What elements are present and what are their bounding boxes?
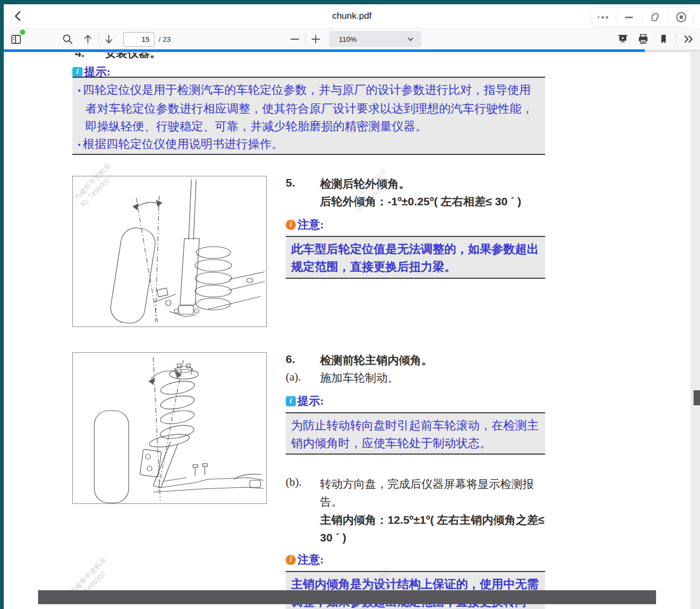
toolbar-right-group: [615, 28, 697, 50]
toolbar-zoom-group: 110%: [287, 28, 421, 50]
step6-title: 检测前轮主销内倾角。: [320, 353, 433, 368]
zoom-in-button[interactable]: [308, 31, 324, 47]
minimize-icon: [625, 17, 633, 18]
step5-number: 5.: [286, 176, 295, 189]
step5-spec: 后轮外倾角：-1º±0.25º( 左右相差≤ 30 ´ ): [320, 194, 522, 209]
page-total-label: / 23: [159, 35, 171, 43]
previous-page-button[interactable]: [80, 31, 96, 47]
bookmark-icon: [657, 33, 670, 46]
window-controls: [590, 7, 695, 27]
title-bar: chunk.pdf: [4, 4, 700, 28]
step6b-spec: 主销内倾角：12.5º±1º( 左右主销内倾角之差≤ 30 ´ ): [320, 511, 550, 546]
tip-item: •四轮定位仪是用于检测汽车的车轮定位参数，并与原厂的设计参数进行比对，指导使用者…: [78, 81, 540, 135]
window-frame-left: [0, 0, 4, 609]
zoom-out-button[interactable]: [287, 31, 303, 47]
figure-front-sai: [72, 352, 267, 504]
vertical-scrollbar-track[interactable]: [690, 53, 700, 609]
step5-title: 检测后轮外倾角。: [320, 176, 410, 191]
loading-progress-fill: [4, 49, 645, 52]
zoom-level-select[interactable]: 110%: [329, 31, 421, 47]
divider: [668, 12, 668, 23]
next-page-button[interactable]: [101, 31, 117, 47]
tip-box-1: •四轮定位仪是用于检测汽车的车轮定位参数，并与原厂的设计参数进行比对，指导使用者…: [72, 77, 545, 155]
tip-label: 提示:: [297, 393, 324, 409]
plus-icon: [309, 33, 322, 46]
pdf-page: 汽修帮手资料库ID: 7496002 汽修帮手资料库ID: 7496002 汽修…: [4, 53, 690, 609]
more-options-button[interactable]: [595, 9, 611, 25]
info-tip-icon: i: [72, 67, 83, 77]
search-icon: [61, 33, 74, 46]
step6b-number: (b).: [286, 476, 302, 489]
divider: [642, 12, 643, 23]
horizontal-scrollbar-thumb[interactable]: [38, 590, 656, 604]
tip-box-2: 为防止转动转向盘时引起前车轮滚动，在检测主销内倾角时，应使车轮处于制动状态。: [286, 412, 545, 455]
note-label-row: i 注意:: [286, 217, 324, 232]
tip-text: 为防止转动转向盘时引起前车轮滚动，在检测主销内倾角时，应使车轮处于制动状态。: [291, 417, 540, 452]
divider: [616, 12, 616, 23]
pdf-toolbar: / 23 110%: [4, 28, 700, 49]
step6a-text: 施加车轮制动。: [320, 370, 399, 385]
sidebar-toggle-button[interactable]: [8, 31, 24, 47]
tip-label-row: i 提示:: [286, 393, 324, 409]
printer-icon: [637, 33, 650, 46]
step6a-number: (a).: [286, 370, 301, 384]
note-label: 注意:: [297, 217, 324, 232]
minimize-button[interactable]: [621, 9, 637, 25]
search-button[interactable]: [59, 31, 76, 47]
info-note-icon: i: [286, 555, 296, 565]
note-label-row: i 注意:: [286, 552, 324, 567]
double-chevron-right-icon: [682, 33, 695, 46]
toolbar-left-group: / 23: [8, 28, 171, 50]
minus-icon: [288, 33, 301, 46]
notification-dot: [20, 29, 25, 35]
note-box-1: 此车型后轮定位值是无法调整的，如果参数超出规定范围，直接更换后扭力梁。: [286, 236, 545, 279]
page-number-input[interactable]: [123, 32, 154, 47]
rear-suspension-drawing: [73, 176, 266, 326]
print-button[interactable]: [635, 31, 651, 47]
chevron-down-icon: [406, 35, 415, 43]
presentation-mode-button[interactable]: [615, 31, 631, 47]
divider: [676, 34, 676, 44]
tip-item: •根据四轮定位仪使用说明书进行操作。: [78, 135, 540, 154]
step6-number: 6.: [286, 353, 295, 366]
presentation-screen-icon: [616, 33, 629, 46]
sidebar-panel-icon: [10, 33, 23, 46]
step6b-text: 转动方向盘，完成后仪器屏幕将显示检测报告。: [320, 476, 549, 511]
front-suspension-drawing: [73, 353, 266, 503]
maximize-restore-icon: [649, 11, 661, 24]
dot-icon: [598, 16, 600, 18]
bookmark-button[interactable]: [656, 31, 672, 47]
close-button[interactable]: [673, 9, 689, 25]
record-circle-icon: [674, 10, 688, 24]
divider: [98, 34, 99, 44]
arrow-down-icon: [102, 33, 115, 46]
more-tools-button[interactable]: [681, 31, 697, 47]
loading-progress-track: [4, 49, 700, 52]
info-tip-icon: i: [286, 396, 296, 406]
clipped-step-line: 4.安装仪器。: [75, 53, 161, 61]
divider: [305, 34, 306, 44]
note-label: 注意:: [297, 552, 324, 567]
figure-rear-camber: [72, 176, 267, 327]
vertical-scrollbar-thumb[interactable]: [694, 390, 700, 405]
info-note-icon: i: [286, 220, 296, 230]
zoom-level-value: 110%: [339, 35, 406, 43]
window-frame-top: [0, 0, 700, 4]
arrow-up-icon: [81, 33, 94, 46]
maximize-button[interactable]: [647, 9, 663, 25]
dot-icon: [606, 16, 608, 19]
dot-icon: [601, 16, 604, 19]
note-text: 此车型后轮定位值是无法调整的，如果参数超出规定范围，直接更换后扭力梁。: [291, 240, 540, 276]
